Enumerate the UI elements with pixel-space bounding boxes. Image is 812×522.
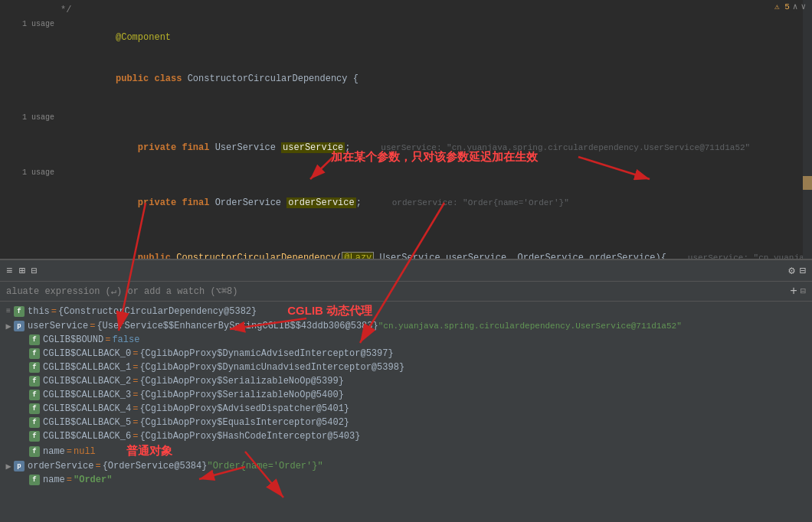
var-name-cb4: CGLIB$CALLBACK_4: [43, 403, 131, 414]
line-info-5: 1 usage: [18, 113, 61, 122]
expand-icon-this: ≡: [3, 307, 14, 315]
debug-input-text: aluate expression (↵) or add a watch (⌥⌘…: [6, 285, 238, 297]
var-item-cb6[interactable]: f CGLIB$CALLBACK_6 = {CglibAopProxy$Hash…: [0, 429, 812, 443]
var-eq-cb1: =: [133, 362, 138, 373]
code-line-10: public ConstructorCircularDependency(@La…: [0, 237, 812, 260]
badge-cb5: f: [29, 417, 40, 428]
var-item-cb0[interactable]: f CGLIB$CALLBACK_0 = {CglibAopProxy$Dyna…: [0, 347, 812, 361]
var-item-name-null[interactable]: f name = null 普通对象: [0, 443, 812, 459]
minimap: [803, 0, 812, 259]
toolbar-table-icon[interactable]: ⊞: [18, 264, 25, 277]
code-content-8: private final OrderService orderService;…: [61, 182, 809, 223]
var-eq-name-order: =: [67, 475, 72, 485]
var-name-cb2: CGLIB$CALLBACK_2: [43, 376, 131, 387]
badge-userservice: p: [14, 321, 25, 331]
var-name-orderservice: orderService: [28, 461, 93, 471]
var-item-orderservice[interactable]: ▶ p orderService = {OrderService@5384} "…: [0, 459, 812, 473]
var-eq-cb6: =: [133, 431, 138, 442]
var-val-userservice-str: "cn.yuanjava.spring.circulardependency.U…: [378, 321, 682, 331]
var-val-cb3: {CglibAopProxy$SerializableNoOp@5400}: [139, 390, 343, 400]
toolbar-grid-icon[interactable]: ⊟: [31, 265, 38, 277]
debug-panel: ≡ ⊞ ⊟ ⚙ ⊟ aluate expression (↵) or add a…: [0, 260, 812, 522]
badge-bound: f: [29, 334, 40, 345]
badge-orderservice: p: [14, 461, 25, 471]
code-line-9: [0, 223, 812, 237]
code-line-6: private final UserService userService; u…: [0, 127, 812, 168]
down-arrow-icon[interactable]: ∨: [801, 2, 806, 11]
var-eq-cb4: =: [133, 403, 138, 414]
badge-cb4: f: [29, 403, 40, 414]
code-line-7: 1 usage: [0, 168, 812, 182]
debug-input-bar[interactable]: aluate expression (↵) or add a watch (⌥⌘…: [0, 282, 812, 302]
var-item-userservice[interactable]: ▶ p userService = {UserService$$Enhancer…: [0, 319, 812, 333]
var-val-cb5: {CglibAopProxy$EqualsInterceptor@5402}: [139, 417, 349, 428]
toolbar-settings-icon[interactable]: ⚙: [788, 264, 794, 277]
code-area: */ 1 usage @Component public class Const…: [0, 0, 812, 260]
var-item-cb3[interactable]: f CGLIB$CALLBACK_3 = {CglibAopProxy$Seri…: [0, 388, 812, 402]
var-eq-cb5: =: [133, 417, 138, 428]
var-name-name-order: name: [43, 475, 65, 485]
code-content-6: private final UserService userService; u…: [61, 127, 809, 168]
code-content-2: @Component: [61, 17, 809, 58]
var-eq-name-null: =: [67, 446, 72, 457]
code-line-2: 1 usage @Component: [0, 17, 812, 58]
var-val-cb4: {CglibAopProxy$AdvisedDispatcher@5401}: [139, 403, 349, 414]
debug-menu-icon[interactable]: ⊟: [801, 285, 806, 297]
debug-add-button[interactable]: +: [790, 285, 797, 299]
var-item-cb1[interactable]: f CGLIB$CALLBACK_1 = {CglibAopProxy$Dyna…: [0, 361, 812, 374]
var-item-this[interactable]: ≡ f this = {ConstructorCircularDependenc…: [0, 303, 812, 319]
line-info-2: 1 usage: [18, 20, 61, 28]
badge-cb3: f: [29, 390, 40, 400]
var-val-orderservice-str: "Order{name='Order'}": [207, 461, 323, 471]
badge-cb1: f: [29, 362, 40, 373]
badge-cb2: f: [29, 376, 40, 387]
var-val-name-order: "Order": [74, 475, 112, 485]
code-line-8: private final OrderService orderService;…: [0, 182, 812, 223]
var-item-bound[interactable]: f CGLIB$BOUND = false: [0, 333, 812, 347]
var-eq-userservice: =: [90, 321, 95, 331]
var-val-cb6: {CglibAopProxy$HashCodeInterceptor@5403}: [139, 431, 360, 442]
line-info-7: 1 usage: [18, 168, 61, 177]
normal-label: 普通对象: [126, 444, 172, 458]
code-line-4: [0, 100, 812, 113]
var-val-cb2: {CglibAopProxy$SerializableNoOp@5399}: [139, 376, 343, 387]
code-content-3: public class ConstructorCircularDependen…: [61, 58, 809, 100]
warning-count: ⚠ 5: [774, 2, 790, 11]
debug-variables: ≡ f this = {ConstructorCircularDependenc…: [0, 302, 812, 522]
var-item-cb2[interactable]: f CGLIB$CALLBACK_2 = {CglibAopProxy$Seri…: [0, 374, 812, 388]
badge-cb0: f: [29, 348, 40, 359]
var-eq-cb2: =: [133, 376, 138, 387]
toolbar-layout-icon[interactable]: ⊟: [800, 264, 806, 277]
code-content-1: */: [61, 3, 809, 17]
app-container: ⚠ 5 ∧ ∨ */ 1 usage @Component: [0, 0, 812, 522]
var-val-cb1: {CglibAopProxy$DynamicUnadvisedIntercept…: [139, 362, 404, 373]
toolbar-list-icon[interactable]: ≡: [6, 265, 12, 277]
code-line-1: */: [0, 3, 812, 17]
var-val-orderservice: {OrderService@5384}: [103, 461, 208, 471]
up-arrow-icon[interactable]: ∧: [793, 2, 798, 11]
var-name-cb0: CGLIB$CALLBACK_0: [43, 348, 131, 359]
var-name-name-null: name: [43, 446, 65, 457]
var-eq-cb0: =: [133, 348, 138, 359]
code-line-3: public class ConstructorCircularDependen…: [0, 58, 812, 100]
badge-cb6: f: [29, 431, 40, 442]
editor-toolbar: ⚠ 5 ∧ ∨: [774, 2, 806, 11]
var-name-userservice: userService: [28, 321, 88, 331]
var-item-name-order[interactable]: f name = "Order": [0, 473, 812, 487]
var-name-this: this: [28, 306, 50, 317]
code-content-10: public ConstructorCircularDependency(@La…: [61, 237, 812, 260]
cglib-label: CGLIB 动态代理: [287, 304, 372, 318]
editor-panel: ⚠ 5 ∧ ∨ */ 1 usage @Component: [0, 0, 812, 260]
var-name-bound: CGLIB$BOUND: [43, 334, 103, 345]
var-item-cb4[interactable]: f CGLIB$CALLBACK_4 = {CglibAopProxy$Advi…: [0, 402, 812, 416]
var-name-cb6: CGLIB$CALLBACK_6: [43, 431, 131, 442]
badge-name-order: f: [29, 475, 40, 485]
var-val-userservice: {UserService$$EnhancerBySpringCGLIB$$43d…: [97, 321, 378, 331]
var-item-cb5[interactable]: f CGLIB$CALLBACK_5 = {CglibAopProxy$Equa…: [0, 416, 812, 429]
expand-orderservice: ▶: [3, 461, 14, 472]
var-val-cb0: {CglibAopProxy$DynamicAdvisedInterceptor…: [139, 348, 393, 359]
badge-name-null: f: [29, 446, 40, 457]
var-name-cb1: CGLIB$CALLBACK_1: [43, 362, 131, 373]
expand-icon-userservice: ▶: [3, 321, 14, 332]
var-val-bound: false: [112, 334, 139, 345]
